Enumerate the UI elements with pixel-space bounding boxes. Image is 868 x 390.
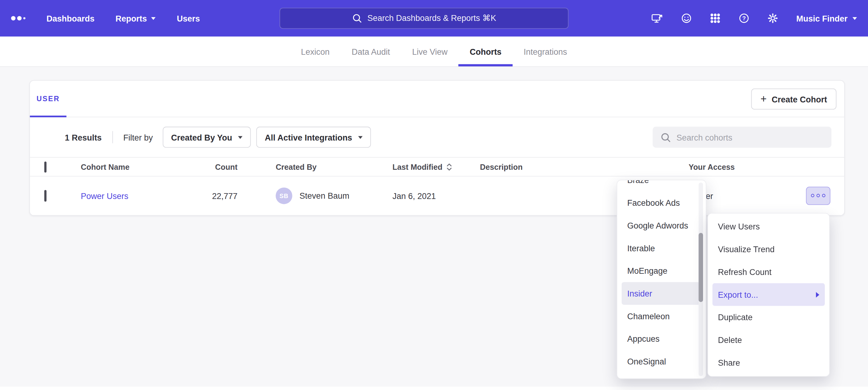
tab-integrations[interactable]: Integrations [513, 37, 578, 66]
create-cohort-button[interactable]: + Create Cohort [751, 89, 836, 109]
user-section-tab[interactable]: USER [30, 81, 66, 117]
global-search-placeholder: Search Dashboards & Reports ⌘K [368, 13, 496, 23]
cohorts-card: USER + Create Cohort 1 Results Filter by… [29, 80, 845, 216]
row-checkbox[interactable] [44, 190, 46, 201]
menu-item-delete[interactable]: Delete [708, 328, 829, 351]
user-section-tab-label: USER [37, 95, 60, 103]
tab-lexicon[interactable]: Lexicon [290, 37, 341, 66]
svg-text:?: ? [742, 15, 746, 22]
dot-icon [822, 194, 826, 197]
submenu-item-onesignal[interactable]: OneSignal [617, 350, 706, 373]
submenu-item-moengage[interactable]: MoEngage [617, 259, 706, 282]
apps-grid-icon[interactable] [710, 12, 721, 24]
export-destinations-list: Braze Facebook Ads Google Adwords Iterab… [617, 180, 706, 373]
search-icon [352, 13, 362, 23]
submenu-arrow-icon [816, 292, 819, 297]
account-label: Music Finder [796, 13, 847, 23]
table-header: Cohort Name Count Created By Last Modifi… [30, 157, 844, 176]
cohort-search-box [653, 127, 831, 148]
chevron-down-icon [358, 136, 363, 139]
nav-users[interactable]: Users [177, 13, 200, 23]
tab-cohorts-label: Cohorts [470, 47, 501, 56]
account-menu[interactable]: Music Finder [796, 13, 857, 23]
integrations-filter-label: All Active Integrations [265, 133, 352, 142]
column-header-description[interactable]: Description [480, 162, 523, 171]
avatar: SB [276, 187, 292, 204]
menu-item-refresh-count[interactable]: Refresh Count [708, 261, 829, 283]
tab-cohorts[interactable]: Cohorts [459, 37, 513, 66]
section-tabs: Lexicon Data Audit Live View Cohorts Int… [0, 37, 868, 67]
column-header-last-modified[interactable]: Last Modified [393, 162, 453, 171]
card-header: USER + Create Cohort [30, 81, 844, 118]
submenu-item-facebook-ads[interactable]: Facebook Ads [617, 191, 706, 214]
tab-data-audit-label: Data Audit [352, 47, 390, 56]
integrations-filter-dropdown[interactable]: All Active Integrations [256, 127, 371, 148]
column-header-your-access[interactable]: Your Access [688, 162, 735, 171]
topbar-actions: ? Music Finder [651, 0, 857, 37]
filter-by-label: Filter by [123, 133, 153, 142]
tab-live-view-label: Live View [412, 47, 447, 56]
create-cohort-label: Create Cohort [772, 94, 827, 104]
column-header-created-by[interactable]: Created By [276, 162, 317, 171]
submenu-item-iterable[interactable]: Iterable [617, 237, 706, 260]
nav-reports[interactable]: Reports [116, 13, 156, 23]
dot-icon [811, 194, 814, 197]
menu-item-export-to[interactable]: Export to... [713, 283, 825, 306]
dot-icon [816, 194, 820, 197]
last-modified-value: Jan 6, 2021 [393, 191, 436, 200]
cohort-search-input[interactable] [677, 133, 824, 142]
tab-lexicon-label: Lexicon [301, 47, 330, 56]
tab-data-audit[interactable]: Data Audit [341, 37, 401, 66]
cohort-count-value: 22,777 [165, 191, 238, 200]
created-by-cell: SB Steven Baum [276, 187, 349, 204]
menu-item-share[interactable]: Share [708, 351, 829, 374]
submenu-item-chameleon[interactable]: Chameleon [617, 305, 706, 328]
menu-item-visualize-trend[interactable]: Visualize Trend [708, 238, 829, 261]
last-modified-label: Last Modified [393, 162, 442, 171]
cohort-name-link[interactable]: Power Users [81, 191, 128, 200]
submenu-item-appcues[interactable]: Appcues [617, 328, 706, 350]
top-navbar: Dashboards Reports Users Search Dashboar… [0, 0, 868, 37]
submenu-scrollbar-thumb[interactable] [699, 233, 703, 302]
menu-item-view-users[interactable]: View Users [708, 215, 829, 238]
nav-users-label: Users [177, 13, 200, 23]
created-by-filter-dropdown[interactable]: Created By You [163, 127, 251, 148]
filters-row: 1 Results Filter by Created By You All A… [30, 117, 844, 157]
created-by-name: Steven Baum [300, 191, 349, 200]
data-export-icon[interactable] [651, 12, 663, 24]
nav-reports-label: Reports [116, 13, 147, 23]
results-count: 1 Results [65, 133, 101, 142]
submenu-item-google-adwords[interactable]: Google Adwords [617, 214, 706, 237]
plus-icon: + [761, 93, 767, 104]
chevron-down-icon [151, 17, 156, 20]
select-all-checkbox[interactable] [44, 161, 46, 172]
nav-dashboards[interactable]: Dashboards [46, 13, 94, 23]
created-by-filter-label: Created By You [171, 133, 232, 142]
primary-nav: Dashboards Reports Users [46, 13, 200, 23]
vertical-divider [112, 131, 113, 143]
settings-gear-icon[interactable] [768, 12, 779, 24]
submenu-item-braze[interactable]: Braze [617, 180, 706, 192]
search-icon [660, 132, 671, 142]
row-more-actions-button[interactable] [806, 186, 831, 204]
chevron-down-icon [852, 17, 857, 20]
sort-icon[interactable] [446, 163, 453, 171]
tab-live-view[interactable]: Live View [401, 37, 459, 66]
export-destinations-submenu: Braze Facebook Ads Google Adwords Iterab… [617, 180, 706, 379]
menu-item-duplicate[interactable]: Duplicate [708, 306, 829, 329]
page: Dashboards Reports Users Search Dashboar… [0, 0, 868, 390]
chevron-down-icon [238, 136, 243, 139]
export-to-label: Export to... [718, 290, 758, 299]
feedback-smiley-icon[interactable] [681, 12, 692, 24]
global-search-input[interactable]: Search Dashboards & Reports ⌘K [279, 8, 568, 29]
help-icon[interactable]: ? [739, 12, 750, 24]
column-header-cohort-name[interactable]: Cohort Name [81, 162, 130, 171]
tab-integrations-label: Integrations [524, 47, 567, 56]
submenu-item-insider[interactable]: Insider [622, 282, 700, 305]
row-context-menu: View Users Visualize Trend Refresh Count… [707, 213, 830, 377]
app-logo-icon[interactable] [11, 12, 26, 24]
column-header-count[interactable]: Count [165, 162, 238, 171]
table-row: Power Users 22,777 SB Steven Baum Jan 6,… [30, 176, 844, 215]
page-bottom [0, 387, 868, 390]
nav-dashboards-label: Dashboards [46, 13, 94, 23]
